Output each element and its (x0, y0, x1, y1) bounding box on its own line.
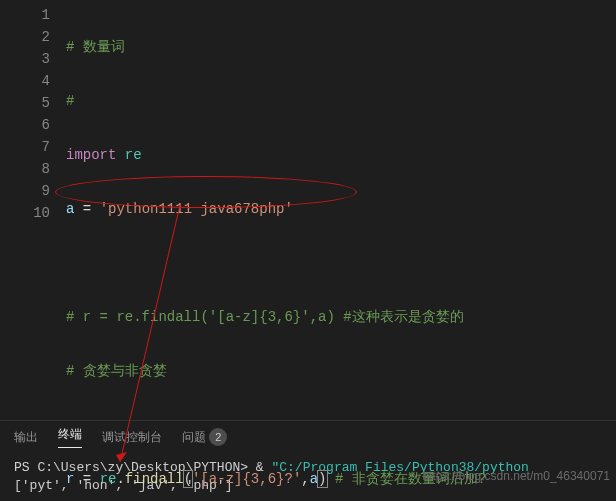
func-findall: findall (125, 471, 184, 487)
regex-string: '[a-z]{3,6}?' (192, 471, 301, 487)
string-literal: 'python1111 java678php' (100, 201, 293, 217)
line-gutter: 1 2 3 4 5 6 7 8 9 10 (0, 0, 66, 420)
comment: # (66, 93, 74, 109)
line-number: 2 (0, 26, 50, 48)
prompt-ps: PS (14, 460, 37, 475)
line-number: 1 (0, 4, 50, 26)
code-editor[interactable]: 1 2 3 4 5 6 7 8 9 10 # 数量词 # import re a… (0, 0, 616, 420)
module-re: re (116, 147, 141, 163)
comment: # 数量词 (66, 39, 125, 55)
line-number: 7 (0, 136, 50, 158)
code-area[interactable]: # 数量词 # import re a = 'python1111 java67… (66, 0, 616, 420)
line-number: 9 (0, 180, 50, 202)
comment: # 贪婪与非贪婪 (66, 363, 167, 379)
line-number: 8 (0, 158, 50, 180)
line-number: 3 (0, 48, 50, 70)
line-number: 6 (0, 114, 50, 136)
watermark: https://blog.csdn.net/m0_46340071 (423, 469, 610, 483)
line-number: 10 (0, 202, 50, 224)
comment: # r = re.findall('[a-z]{3,6}',a) #这种表示是贪… (66, 309, 464, 325)
keyword-import: import (66, 147, 116, 163)
line-number: 5 (0, 92, 50, 114)
line-number: 4 (0, 70, 50, 92)
tab-output[interactable]: 输出 (14, 429, 38, 446)
